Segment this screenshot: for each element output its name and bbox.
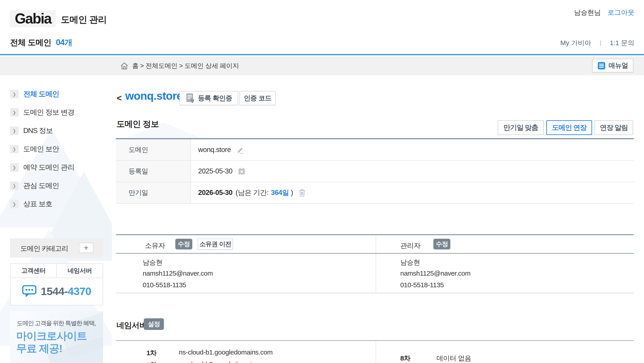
nameserver-table: 1차 ns-cloud-b1.googledomains.com 2차 ns-c… [116, 340, 634, 363]
manager-name: 남승현 [400, 258, 420, 267]
owner-name: 남승현 [143, 258, 162, 267]
remain-prefix: (남은 기간: [236, 188, 269, 197]
sidebar-item-label: DNS 정보 [23, 126, 52, 136]
ownership-transfer-button[interactable]: 소유권 이전 [198, 239, 233, 250]
owner-edit-button[interactable]: 수정 [175, 239, 192, 249]
domain-count-value: 04개 [56, 38, 72, 47]
owner-phone: 010-5518-1135 [143, 281, 186, 289]
trash-icon[interactable] [298, 188, 306, 197]
contact-box: 고객센터 네임서버 1544-4370 [10, 263, 103, 305]
table-row-registered: 등록일 2025-05-30 [116, 161, 634, 182]
certificate-icon [186, 93, 195, 103]
manager-phone: 010-5518-1135 [400, 281, 444, 289]
manager-email: namsh1125@naver.com [400, 270, 470, 277]
domain-info-table: 도메인 wonq.store 등록일 2025-05-30 [116, 138, 634, 204]
sidebar-item-watched-domains[interactable]: ❯ 관심 도메인 [10, 181, 59, 191]
sidebar-item-label: 도메인 정보 변경 [23, 107, 74, 117]
renew-alert-button[interactable]: 연장 알림 [594, 120, 633, 135]
row-value: 2025-05-30 [191, 161, 634, 182]
chevron-right-icon: ❯ [10, 200, 18, 208]
promo-banner[interactable]: 도메인 고객을 위한 특별한 혜택, 마이크로사이트 무료 제공! [10, 311, 103, 363]
chevron-right-icon: ❯ [10, 90, 18, 98]
breadcrumb-bar: 홈 > 전체도메인 > 도메인 상세 페이지 매뉴얼 [0, 56, 644, 75]
phone-suffix: 4370 [68, 285, 91, 297]
sidebar-item-domain-security[interactable]: ❯ 도메인 보안 [10, 144, 59, 154]
promo-line3: 무료 제공! [16, 342, 62, 356]
section-title-domain-info: 도메인 정보 [116, 118, 159, 130]
nameserver-settings-button[interactable]: 설정 [144, 318, 164, 330]
calendar-x-icon[interactable] [238, 167, 246, 175]
phone-prefix: 1544- [41, 285, 68, 297]
ns2-value: ns-cloud-b2.googledomains.com [179, 361, 272, 363]
promo-line1: 도메인 고객을 위한 특별한 혜택, [17, 319, 96, 327]
chevron-right-icon: ❯ [10, 145, 18, 153]
expiry-align-button[interactable]: 만기일 맞춤 [498, 120, 544, 135]
registered-date-value: 2025-05-30 [198, 167, 232, 175]
chevron-right-icon: ❯ [10, 108, 18, 117]
manager-edit-button[interactable]: 수정 [433, 239, 450, 249]
auth-code-label: 인증 코드 [244, 94, 271, 103]
sidebar-item-reserved-domains[interactable]: ❯ 예약 도메인 관리 [10, 162, 74, 172]
sidebar-item-trademark-protection[interactable]: ❯ 상표 보호 [10, 199, 52, 209]
sidebar-item-dns-info[interactable]: ❯ DNS 정보 [10, 126, 52, 136]
owner-label: 소유자 [145, 241, 165, 250]
gabia-logo[interactable]: Gabia [10, 10, 56, 27]
inquiry-link[interactable]: 1:1 문의 [610, 38, 634, 48]
logout-link[interactable]: 로그아웃 [608, 8, 634, 17]
promo-line2: 마이크로사이트 [16, 329, 87, 343]
row-value: 2026-05-30 (남은 기간: 364일 ) [191, 182, 634, 203]
breadcrumb-path[interactable]: 홈 > 전체도메인 > 도메인 상세 페이지 [132, 61, 239, 70]
remain-days: 364일 [271, 188, 289, 197]
chevron-right-icon: ❯ [10, 163, 18, 172]
ns1-label: 1차 [146, 349, 156, 358]
domain-count-label: 전체 도메인 [10, 38, 51, 47]
manual-button[interactable]: 매뉴얼 [592, 59, 633, 72]
home-icon[interactable] [120, 62, 128, 70]
page-title-domain: wonq.store [125, 89, 183, 102]
speech-bubble-icon [22, 285, 37, 298]
domain-category-title: 도메인 카테고리 [20, 244, 68, 253]
back-arrow[interactable]: < [117, 93, 122, 103]
column-divider [376, 341, 376, 363]
links-separator: ㅣ [598, 39, 604, 47]
chevron-right-icon: ❯ [10, 126, 18, 135]
app-header: Gabia 도메인 관리 남승현님 로그아웃 전체 도메인 04개 My 가비아… [0, 0, 644, 55]
edit-domain-icon[interactable] [236, 145, 245, 154]
sidebar: ❯ 전체 도메인 ❯ 도메인 정보 변경 ❯ DNS 정보 ❯ 도메인 보안 ❯… [0, 75, 112, 363]
manual-label: 매뉴얼 [609, 61, 628, 70]
sidebar-item-label: 예약 도메인 관리 [23, 162, 74, 172]
sidebar-item-label: 상표 보호 [23, 199, 52, 209]
top-links: My 가비아 ㅣ 1:1 문의 [560, 38, 634, 48]
registration-certificate-button[interactable]: 등록 확인증 [180, 91, 238, 105]
sidebar-item-label: 도메인 보안 [23, 144, 59, 154]
remain-suffix: ) [291, 189, 293, 197]
tab-customer-center[interactable]: 고객센터 [10, 264, 56, 278]
row-value: wonq.store [191, 139, 634, 160]
registration-certificate-label: 등록 확인증 [198, 94, 232, 103]
manual-icon [598, 62, 606, 70]
domain-extend-button[interactable]: 도메인 연장 [546, 120, 592, 135]
row-label: 등록일 [116, 161, 191, 182]
auth-code-button[interactable]: 인증 코드 [240, 91, 276, 105]
ns8-value: 데이터 없음 [436, 354, 471, 363]
sidebar-item-domain-info-change[interactable]: ❯ 도메인 정보 변경 [10, 107, 74, 117]
ns1-value: ns-cloud-b1.googledomains.com [179, 349, 272, 356]
add-category-button[interactable]: + [79, 243, 93, 253]
domain-count: 전체 도메인 04개 [10, 37, 72, 48]
expiry-date-value: 2026-05-30 [198, 189, 232, 197]
column-divider [376, 235, 376, 293]
row-label: 만기일 [116, 182, 191, 203]
owner-manager-table: 소유자 수정 소유권 이전 관리자 수정 남승현 namsh1125@naver… [116, 234, 634, 293]
ns8-label: 8차 [400, 354, 410, 363]
row-label: 도메인 [116, 139, 191, 160]
sidebar-item-all-domains[interactable]: ❯ 전체 도메인 [10, 89, 59, 99]
phone-number: 1544-4370 [41, 285, 91, 298]
domain-category-bar: 도메인 카테고리 + [10, 238, 103, 258]
tab-nameserver[interactable]: 네임서버 [56, 264, 103, 278]
my-gabia-link[interactable]: My 가비아 [560, 38, 591, 48]
owner-email: namsh1125@naver.com [143, 270, 213, 277]
table-row-expiry: 만기일 2026-05-30 (남은 기간: 364일 ) [116, 182, 634, 204]
header-divider [116, 253, 634, 254]
user-name: 남승현님 [574, 8, 601, 17]
breadcrumb: 홈 > 전체도메인 > 도메인 상세 페이지 [120, 56, 239, 75]
